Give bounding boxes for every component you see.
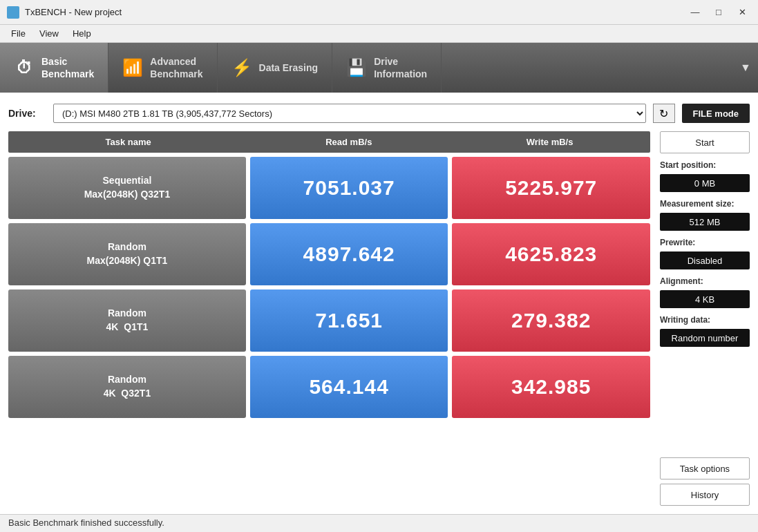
prewrite-value: Disabled xyxy=(660,251,750,269)
history-button[interactable]: History xyxy=(660,484,750,506)
benchmark-table: Task name Read mB/s Write mB/s Sequentia… xyxy=(8,131,650,506)
task-name-3: Random4K Q1T1 xyxy=(8,289,246,352)
header-write: Write mB/s xyxy=(449,131,650,153)
toolbar-drive-information[interactable]: 💾 DriveInformation xyxy=(332,43,442,93)
drive-select[interactable]: (D:) MSI M480 2TB 1.81 TB (3,905,437,772… xyxy=(53,104,646,123)
prewrite-label: Prewrite: xyxy=(660,238,750,247)
table-row: SequentialMax(2048K) Q32T1 7051.037 5225… xyxy=(8,157,650,219)
table-row: Random4K Q1T1 71.651 279.382 xyxy=(8,289,650,352)
writing-data-value: Random number xyxy=(660,329,750,347)
main-content: Drive: (D:) MSI M480 2TB 1.81 TB (3,905,… xyxy=(0,93,758,514)
write-value-1: 5225.977 xyxy=(452,157,650,219)
task-name-1: SequentialMax(2048K) Q32T1 xyxy=(8,157,246,219)
drive-information-icon: 💾 xyxy=(346,58,367,77)
read-value-2: 4897.642 xyxy=(250,223,448,285)
menu-file[interactable]: File xyxy=(4,26,32,41)
data-erasing-label: Data Erasing xyxy=(259,61,319,74)
basic-benchmark-icon: ⏱ xyxy=(14,58,35,77)
measurement-size-label: Measurement size: xyxy=(660,199,750,209)
task-options-button[interactable]: Task options xyxy=(660,457,750,479)
write-value-4: 342.985 xyxy=(452,356,650,418)
app-title: TxBENCH - New project xyxy=(25,7,686,17)
alignment-value: 4 KB xyxy=(660,290,750,308)
advanced-benchmark-label: AdvancedBenchmark xyxy=(150,55,202,80)
alignment-label: Alignment: xyxy=(660,276,750,286)
advanced-benchmark-icon: 📶 xyxy=(122,58,143,77)
app-icon xyxy=(7,6,19,19)
toolbar-advanced-benchmark[interactable]: 📶 AdvancedBenchmark xyxy=(108,43,217,93)
read-value-3: 71.651 xyxy=(250,289,448,352)
statusbar: Basic Benchmark finished successfully. xyxy=(0,514,758,532)
menu-help[interactable]: Help xyxy=(66,26,98,41)
table-row: Random4K Q32T1 564.144 342.985 xyxy=(8,356,650,418)
table-header: Task name Read mB/s Write mB/s xyxy=(8,131,650,153)
toolbar-dropdown[interactable]: ▼ xyxy=(733,43,758,93)
file-mode-button[interactable]: FILE mode xyxy=(682,104,750,123)
read-value-1: 7051.037 xyxy=(250,157,448,219)
maximize-button[interactable]: □ xyxy=(710,6,728,19)
menu-view[interactable]: View xyxy=(32,26,66,41)
drive-row: Drive: (D:) MSI M480 2TB 1.81 TB (3,905,… xyxy=(8,101,750,126)
minimize-button[interactable]: — xyxy=(686,6,704,19)
titlebar: TxBENCH - New project — □ ✕ xyxy=(0,0,758,25)
measurement-size-value: 512 MB xyxy=(660,213,750,231)
read-value-4: 564.144 xyxy=(250,356,448,418)
start-button[interactable]: Start xyxy=(660,131,750,153)
start-position-value: 0 MB xyxy=(660,174,750,192)
close-button[interactable]: ✕ xyxy=(733,6,751,19)
drive-refresh-button[interactable]: ↻ xyxy=(653,104,675,123)
spacer xyxy=(660,351,750,453)
header-task: Task name xyxy=(8,131,248,153)
task-name-2: RandomMax(2048K) Q1T1 xyxy=(8,223,246,285)
start-position-label: Start position: xyxy=(660,160,750,170)
write-value-3: 279.382 xyxy=(452,289,650,352)
toolbar-basic-benchmark[interactable]: ⏱ BasicBenchmark xyxy=(0,43,108,93)
window-controls: — □ ✕ xyxy=(686,6,751,19)
header-read: Read mB/s xyxy=(248,131,449,153)
writing-data-label: Writing data: xyxy=(660,315,750,325)
drive-information-label: DriveInformation xyxy=(374,55,427,80)
status-text: Basic Benchmark finished successfully. xyxy=(8,517,164,528)
task-name-4: Random4K Q32T1 xyxy=(8,356,246,418)
data-erasing-icon: ⚡ xyxy=(231,58,252,77)
table-row: RandomMax(2048K) Q1T1 4897.642 4625.823 xyxy=(8,223,650,285)
toolbar-data-erasing[interactable]: ⚡ Data Erasing xyxy=(218,43,333,93)
benchmark-area: Task name Read mB/s Write mB/s Sequentia… xyxy=(8,131,750,506)
basic-benchmark-label: BasicBenchmark xyxy=(41,55,94,80)
write-value-2: 4625.823 xyxy=(452,223,650,285)
drive-label: Drive: xyxy=(8,108,46,119)
right-panel: Start Start position: 0 MB Measurement s… xyxy=(660,131,750,506)
toolbar: ⏱ BasicBenchmark 📶 AdvancedBenchmark ⚡ D… xyxy=(0,43,758,93)
menubar: File View Help xyxy=(0,25,758,43)
